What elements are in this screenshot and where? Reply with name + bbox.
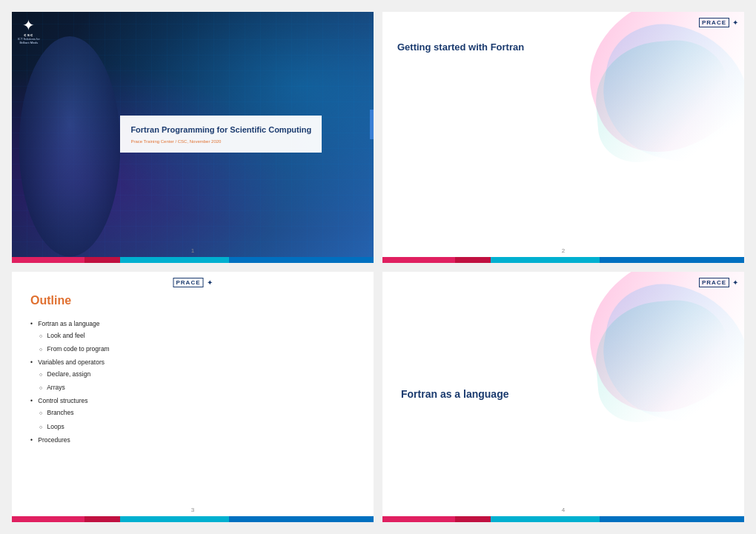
slide3-content: Outline Fortran as a language Look and f… (12, 272, 374, 517)
slide1-bottom-bar (12, 257, 374, 263)
slide2-bottom-bar (382, 257, 744, 263)
outline-title: Outline (30, 294, 359, 307)
slide-4: PRACE ✦ Fortran as a language 4 (382, 272, 744, 523)
sub-item-declare: Declare, assign (39, 368, 359, 380)
bar-seg4 (229, 257, 374, 263)
sub-list-2: Declare, assign Arrays (39, 368, 359, 393)
bar-seg4 (600, 257, 744, 263)
csc-star-icon: ✦ (22, 18, 35, 33)
list-item-label: Fortran as a language (38, 320, 99, 327)
sub-item-look-feel: Look and feel (39, 330, 359, 341)
sub-list-1: Look and feel From code to program (39, 330, 359, 355)
list-item-control: Control structures Branches Loops (30, 395, 359, 432)
slide-2: PRACE ✦ Getting started with Fortran 2 (382, 12, 744, 263)
bar-seg3 (120, 516, 228, 522)
bar-seg1 (12, 516, 84, 522)
bar-seg1 (12, 257, 84, 263)
bar-seg3 (120, 257, 228, 263)
slide2-content: Getting started with Fortran (382, 12, 744, 257)
slide4-bottom-bar (382, 516, 744, 522)
csc-logo: ✦ csc ICT Solutions for Brilliant Minds (18, 18, 40, 44)
slide-3: PRACE ✦ Outline Fortran as a language Lo… (12, 272, 374, 523)
list-item-procedures: Procedures (30, 434, 359, 446)
slide1-subtitle: Prace Training Center / CSC, November 20… (130, 139, 311, 144)
bar-seg2 (455, 516, 491, 522)
list-item-fortran-language: Fortran as a language Look and feel From… (30, 318, 359, 355)
bar-seg4 (229, 516, 374, 522)
sub-item-branches: Branches (39, 407, 359, 418)
bar-seg2 (84, 516, 121, 522)
slide1-accent-bar (370, 110, 374, 139)
slide1-title: Fortran Programming for Scientific Compu… (130, 124, 311, 135)
sub-item-arrays: Arrays (39, 381, 359, 393)
outline-list: Fortran as a language Look and feel From… (30, 318, 359, 446)
csc-tagline: ICT Solutions for Brilliant Minds (18, 37, 40, 44)
hero-silhouette (19, 36, 121, 256)
slide1-page-number: 1 (191, 247, 194, 254)
sub-item-loops: Loops (39, 421, 359, 433)
list-item-label: Variables and operators (38, 358, 105, 366)
bar-seg4 (600, 516, 744, 522)
bar-seg2 (455, 257, 491, 263)
slide1-hero: ✦ csc ICT Solutions for Brilliant Minds … (12, 12, 374, 257)
list-item-variables: Variables and operators Declare, assign … (30, 356, 359, 393)
slide-1: ✦ csc ICT Solutions for Brilliant Minds … (12, 12, 374, 263)
slide1-content-box: Fortran Programming for Scientific Compu… (120, 116, 322, 153)
slide3-bottom-bar (12, 516, 374, 522)
list-item-label: Procedures (38, 436, 70, 444)
bar-seg1 (382, 257, 455, 263)
sub-list-3: Branches Loops (39, 407, 359, 432)
list-item-label: Control structures (38, 397, 87, 404)
slide4-title: Fortran as a language (401, 388, 508, 400)
bar-seg1 (382, 516, 455, 522)
bar-seg3 (491, 516, 599, 522)
slide4-content: Fortran as a language (382, 272, 744, 517)
bar-seg3 (491, 257, 599, 263)
bar-seg2 (84, 257, 121, 263)
slide2-title: Getting started with Fortran (397, 41, 524, 53)
sub-item-code-to-program: From code to program (39, 343, 359, 355)
